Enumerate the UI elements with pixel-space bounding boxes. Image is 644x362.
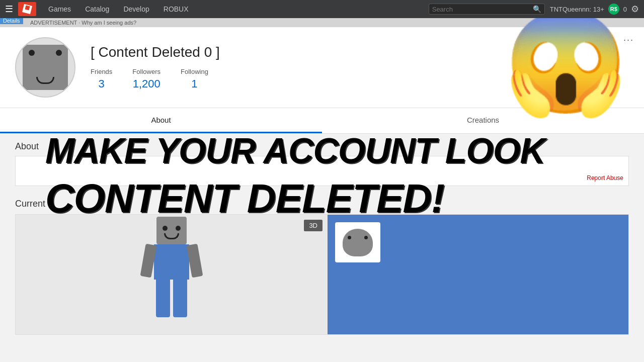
stat-following: Following 1 xyxy=(181,68,208,90)
fig-leg-left xyxy=(156,277,170,317)
search-bar[interactable]: 🔍 xyxy=(429,4,545,15)
robux-icon[interactable]: R$ xyxy=(608,4,619,15)
avatar-3d-panel: 3D xyxy=(16,215,328,334)
item-thumb-eye-left xyxy=(348,236,351,239)
followers-label: Followers xyxy=(132,68,160,75)
roblox-logo[interactable] xyxy=(18,2,36,16)
nav-games[interactable]: Games xyxy=(41,0,78,18)
item-thumb-eye-right xyxy=(364,236,368,239)
nav-develop[interactable]: Develop xyxy=(116,0,156,18)
report-abuse-link[interactable]: Report Abuse xyxy=(587,174,623,182)
stat-friends: Friends 3 xyxy=(91,68,112,90)
nav-links: Games Catalog Develop ROBUX xyxy=(41,0,196,18)
friends-value: 3 xyxy=(91,77,112,90)
emoji-overlay: 😱 xyxy=(503,12,629,113)
avatar-3d-figure xyxy=(121,217,222,332)
tab-about[interactable]: About xyxy=(0,108,322,133)
profile-section: [ Content Deleted 0 ] Friends 3 Follower… xyxy=(0,27,644,108)
search-input[interactable] xyxy=(432,6,533,13)
hamburger-icon[interactable]: ☰ xyxy=(5,4,13,15)
stat-followers: Followers 1,200 xyxy=(132,68,160,90)
robux-amount: 0 xyxy=(623,6,627,13)
btn-3d[interactable]: 3D xyxy=(304,220,323,231)
fig-arm-right xyxy=(187,244,203,278)
ad-details-label[interactable]: Details xyxy=(0,17,23,24)
fig-eye-right xyxy=(176,226,181,231)
gear-icon[interactable]: ⚙ xyxy=(631,4,639,15)
item-thumb-avatar xyxy=(343,229,373,256)
ad-text: ADVERTISEMENT · Why am I seeing ads? xyxy=(30,20,136,26)
username-label: TNTQueennn: 13+ xyxy=(550,6,604,13)
nav-right: TNTQueennn: 13+ R$ 0 ⚙ xyxy=(550,4,639,15)
friends-label: Friends xyxy=(91,68,112,75)
following-value: 1 xyxy=(181,77,208,90)
item-thumbnail xyxy=(335,222,380,262)
avatar-face xyxy=(23,45,68,90)
fig-head xyxy=(156,217,187,244)
fig-mouth xyxy=(164,233,179,239)
overlay-text-line1: MAKE YOUR ACCOUNT LOOK xyxy=(45,133,545,168)
items-panel xyxy=(328,215,628,334)
search-icon[interactable]: 🔍 xyxy=(533,5,541,13)
overlay-text-line2: CONTENT DELETED! xyxy=(45,178,444,219)
nav-robux[interactable]: ROBUX xyxy=(156,0,196,18)
fig-arm-left xyxy=(140,244,157,278)
followers-value: 1,200 xyxy=(132,77,160,90)
avatar xyxy=(15,37,75,98)
fig-eye-left xyxy=(163,226,168,231)
following-label: Following xyxy=(181,68,208,75)
navbar: ☰ Games Catalog Develop ROBUX 🔍 TNTQueen… xyxy=(0,0,644,18)
fig-leg-right xyxy=(173,277,187,317)
fig-arms xyxy=(121,244,222,277)
fig-legs xyxy=(121,277,222,317)
avatar-display-area: 3D xyxy=(15,214,629,335)
nav-catalog[interactable]: Catalog xyxy=(78,0,116,18)
